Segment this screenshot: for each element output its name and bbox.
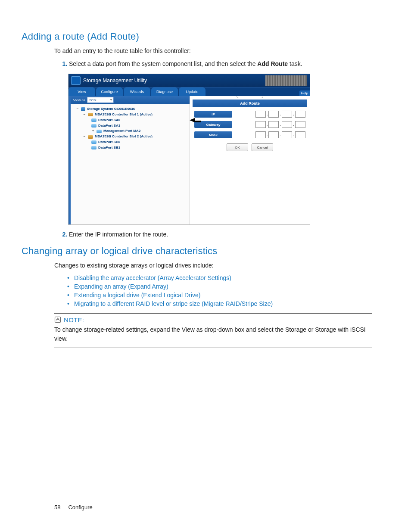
- controller-icon: [88, 113, 93, 116]
- footer-section: Configure: [68, 504, 92, 510]
- step-1: Select a data port from the system compo…: [69, 59, 372, 68]
- note-block: NOTE: To change storage-related settings…: [54, 313, 372, 348]
- chevron-down-icon: ▾: [110, 98, 112, 102]
- steps-list-continued: Enter the IP information for the route.: [54, 231, 372, 238]
- screenshot-add-route: Storage Management Utility View Configur…: [68, 74, 310, 225]
- ip-octet-input[interactable]: [268, 131, 279, 138]
- collapse-icon[interactable]: −: [83, 112, 86, 118]
- collapse-icon[interactable]: −: [83, 134, 86, 140]
- tree-mgmtport-ma0[interactable]: + Management Port MA0: [73, 128, 187, 134]
- app-body: View as iSCSI ▾ − Storage System GC001E0…: [68, 96, 310, 224]
- cancel-button[interactable]: Cancel: [252, 143, 273, 151]
- step1-bold: Add Route: [257, 60, 288, 67]
- controller-icon: [88, 135, 93, 139]
- step1-post: task.: [288, 60, 302, 67]
- ip-octet-input[interactable]: [268, 121, 279, 128]
- step-2: Enter the IP information for the route.: [69, 231, 372, 238]
- ip-input-group: . . .: [255, 111, 305, 118]
- link-expand-array[interactable]: Expanding an array (Expand Array): [67, 283, 372, 290]
- tree-dataport-sb0[interactable]: DataPort SB0: [73, 140, 187, 145]
- tree-dataport-sa0[interactable]: DataPort SA0: [73, 118, 187, 123]
- heading-change-array: Changing array or logical drive characte…: [22, 246, 372, 257]
- page-number: 58: [54, 504, 60, 510]
- change-links: Disabling the array accelerator (Array A…: [57, 274, 372, 307]
- system-icon: [81, 107, 85, 111]
- ip-octet-input[interactable]: [268, 111, 279, 118]
- tree-dataport-sb1[interactable]: DataPort SB1: [73, 145, 187, 151]
- ip-octet-input[interactable]: [255, 111, 266, 118]
- note-rule-top: [54, 313, 372, 314]
- steps-list: Select a data port from the system compo…: [54, 59, 372, 68]
- collapse-icon[interactable]: −: [76, 106, 79, 112]
- callout-arrow-icon: [190, 118, 201, 124]
- page-footer: 58 Configure: [54, 504, 93, 510]
- tab-view[interactable]: View: [68, 87, 95, 96]
- intro-change-array: Changes to existing storage arrays or lo…: [54, 261, 372, 270]
- intro-add-route: To add an entry to the route table for t…: [54, 47, 372, 55]
- tab-update[interactable]: Update: [179, 87, 206, 96]
- view-as-value: iSCSI: [89, 99, 97, 102]
- pane-title: Add Route: [193, 100, 307, 107]
- tab-diagnose[interactable]: Diagnose: [151, 87, 178, 96]
- help-link[interactable]: Help: [299, 90, 310, 96]
- ip-octet-input[interactable]: [282, 111, 292, 118]
- tree-dataport-sa1[interactable]: DataPort SA1: [73, 123, 187, 129]
- app-title: Storage Management Utility: [83, 78, 147, 84]
- ip-octet-input[interactable]: [295, 131, 305, 138]
- ip-octet-input[interactable]: [282, 121, 292, 128]
- note-text: To change storage-related settings, expa…: [54, 325, 372, 343]
- note-label: NOTE:: [64, 316, 84, 324]
- label-ip: IP: [194, 111, 232, 118]
- component-tree: − Storage System GC001E0036 − MSA1510i C…: [71, 104, 190, 153]
- port-icon: [91, 146, 97, 149]
- gateway-input-group: . . .: [255, 121, 305, 128]
- link-migrate-raid[interactable]: Migrating to a different RAID level or s…: [67, 300, 372, 307]
- port-icon: [91, 124, 97, 128]
- ok-button[interactable]: OK: [227, 143, 248, 151]
- note-icon: [54, 316, 61, 323]
- link-array-accel[interactable]: Disabling the array accelerator (Array A…: [67, 274, 372, 281]
- link-extend-ld[interactable]: Extending a logical drive (Extend Logica…: [67, 292, 372, 299]
- tab-wizards[interactable]: Wizards: [124, 87, 150, 96]
- heading-add-route: Adding a route (Add Route): [22, 31, 372, 42]
- hp-logo-icon: [71, 76, 81, 85]
- header-photo: [265, 75, 307, 86]
- tab-configure[interactable]: Configure: [96, 87, 123, 96]
- right-pane: Add Route IP . . . Gateway . .: [190, 96, 310, 224]
- pane-grip-icon[interactable]: [237, 96, 263, 98]
- view-as-select[interactable]: iSCSI ▾: [87, 97, 114, 103]
- ip-octet-input[interactable]: [255, 131, 266, 138]
- ip-octet-input[interactable]: [295, 111, 305, 118]
- label-mask: Mask: [194, 131, 232, 138]
- left-pane: View as iSCSI ▾ − Storage System GC001E0…: [68, 96, 190, 224]
- port-icon: [97, 130, 102, 133]
- view-as-label: View as: [73, 98, 85, 102]
- tree-storage-system[interactable]: − Storage System GC001E0036: [73, 106, 187, 112]
- main-menu: View Configure Wizards Diagnose Update H…: [68, 87, 310, 96]
- ip-octet-input[interactable]: [255, 121, 266, 128]
- expand-icon[interactable]: +: [91, 128, 95, 134]
- tree-controller-1[interactable]: − MSA1510i Controller Slot 1 (Active): [73, 112, 187, 118]
- view-as-bar: View as iSCSI ▾: [71, 96, 190, 104]
- step1-pre: Select a data port from the system compo…: [69, 60, 257, 67]
- ip-octet-input[interactable]: [295, 121, 305, 128]
- tree-controller-2[interactable]: − MSA1510i Controller Slot 2 (Active): [73, 134, 187, 140]
- note-rule-bottom: [54, 348, 372, 348]
- port-icon: [91, 140, 97, 144]
- app-header: Storage Management Utility: [68, 74, 310, 87]
- port-icon: [91, 118, 97, 122]
- add-route-form: IP . . . Gateway . . .: [190, 107, 310, 155]
- ip-octet-input[interactable]: [282, 131, 292, 138]
- mask-input-group: . . .: [255, 131, 305, 138]
